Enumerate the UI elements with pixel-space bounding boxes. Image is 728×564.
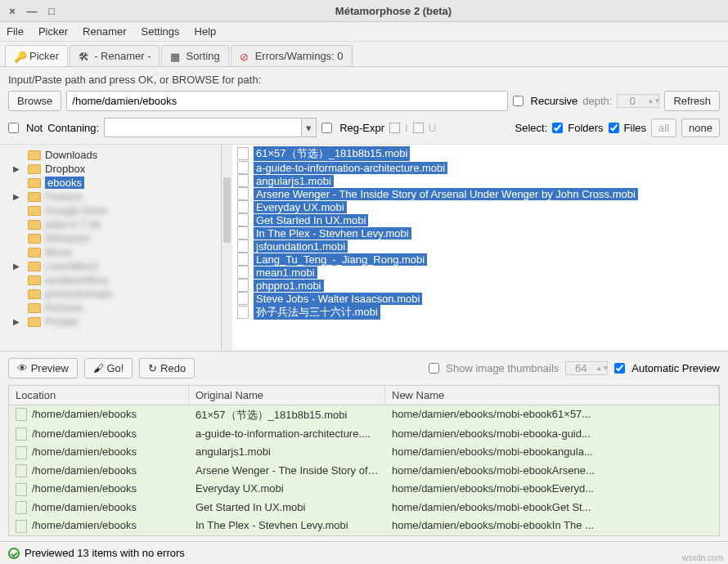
u-label: U [429,122,436,134]
file-item[interactable]: 61×57（节选）_181b8b15.mobi [232,146,728,161]
file-item[interactable]: jsfoundation1.mobi [232,239,728,253]
file-name: Steve Jobs - Walter Isaacson.mobi [254,293,422,305]
file-item[interactable]: Lang_Tu_Teng_-_Jiang_Rong.mobi [232,253,728,266]
table-row[interactable]: /home/damien/ebooksa-guide-to-informatio… [9,425,719,444]
autopreview-checkbox[interactable] [614,363,625,374]
folders-checkbox[interactable] [552,123,563,133]
thumbsize-spinner[interactable]: ▲▼ [565,361,608,375]
expand-icon[interactable]: ▶ [13,317,20,326]
minimize-icon[interactable]: — [26,5,38,16]
tab-errors[interactable]: ⊘ Errors/Warnings: 0 [231,45,353,66]
file-item[interactable]: a-guide-to-information-architecture.mobi [232,161,728,174]
folder-tree[interactable]: Downloads▶Dropboxebooks▶FinanceGoogle Dr… [0,145,221,350]
folder-icon [28,206,41,216]
header-location[interactable]: Location [9,386,189,405]
tree-item[interactable]: Google Drive [0,204,221,217]
cell-newname: home/damien/ebooks/mobi-ebookIn The ... [385,518,719,534]
maximize-icon[interactable]: □ [46,5,57,16]
browse-button[interactable]: Browse [8,91,61,111]
file-icon [237,174,249,187]
containing-combo[interactable]: ▾ [104,118,317,137]
table-row[interactable]: /home/damien/ebooks61×57（节选）_181b8b15.mo… [9,405,719,425]
recursive-checkbox[interactable] [513,96,524,106]
expand-icon[interactable]: ▶ [13,262,20,271]
file-item[interactable]: In The Plex - Stevhen Levy.mobi [232,226,728,239]
tab-renamer[interactable]: 🛠 - Renamer - [70,45,160,66]
spinner-arrows-icon[interactable]: ▲▼ [595,365,607,372]
chevron-down-icon[interactable]: ▾ [301,119,316,137]
tree-item[interactable]: lifehacker [0,231,221,245]
tab-picker[interactable]: 🔑 Picker [5,45,68,66]
tree-item[interactable]: Pictures [0,301,221,315]
tree-item[interactable]: Music [0,245,221,259]
cell-newname: home/damien/ebooks/mobi-ebooka-guid... [385,427,719,442]
menu-settings[interactable]: Settings [142,25,180,38]
table-row[interactable]: /home/damien/ebooksIn The Plex - Stevhen… [9,517,719,535]
thumbnails-checkbox[interactable] [429,363,439,374]
watermark: wsxdn.com [682,553,723,562]
regexpr-checkbox[interactable] [321,123,332,133]
all-button[interactable]: all [651,119,676,137]
files-checkbox[interactable] [609,123,619,133]
i-checkbox[interactable] [389,123,400,133]
go-button[interactable]: 🖌 Go! [84,358,133,378]
tree-item[interactable]: ▶Private [0,315,221,329]
tree-item[interactable]: localworkflow [0,273,221,287]
depth-spinner[interactable]: ▲▼ [617,94,659,108]
file-icon [16,483,27,496]
tree-item[interactable]: ▶Finance [0,190,221,204]
file-item[interactable]: mean1.mobi [232,266,728,279]
file-item[interactable]: Steve Jobs - Walter Isaacson.mobi [232,292,728,305]
path-input[interactable] [66,91,507,111]
renamer-icon: 🛠 [79,51,90,62]
tree-item[interactable]: ebooks [0,176,221,190]
containing-input[interactable] [105,119,301,137]
expand-icon[interactable]: ▶ [13,192,20,201]
menubar: File Picker Renamer Settings Help [0,22,728,42]
file-item[interactable]: Everyday UX.mobi [232,200,728,213]
file-item[interactable]: Arsene Wenger - The Inside Story of Arse… [232,187,728,200]
u-checkbox[interactable] [413,123,424,133]
file-icon [237,200,249,213]
not-checkbox[interactable] [8,123,19,133]
cell-original: angularjs1.mobi [189,445,385,460]
table-row[interactable]: /home/damien/ebooksEveryday UX.mobihome/… [9,480,719,499]
folder-icon [28,234,41,244]
preview-button[interactable]: 👁 Preview [8,358,78,378]
close-icon[interactable]: × [7,5,18,16]
tree-item[interactable]: ▶LunchBox2 [0,259,221,273]
menu-renamer[interactable]: Renamer [83,25,126,38]
table-row[interactable]: /home/damien/ebooksArsene Wenger - The I… [9,462,719,481]
file-icon [237,213,249,226]
file-item[interactable]: phppro1.mobi [232,279,728,292]
table-row[interactable]: /home/damien/ebooksangularjs1.mobihome/d… [9,443,719,462]
thumbsize-value[interactable] [566,362,595,374]
file-list[interactable]: 61×57（节选）_181b8b15.mobia-guide-to-inform… [232,145,728,350]
spinner-arrows-icon[interactable]: ▲▼ [647,97,658,105]
redo-button[interactable]: ↻ Redo [139,358,195,378]
scrollbar-thumb[interactable] [223,177,231,243]
folder-icon [28,150,41,160]
refresh-button[interactable]: Refresh [664,91,720,111]
header-original[interactable]: Original Name [189,386,385,405]
menu-file[interactable]: File [7,25,24,38]
menu-picker[interactable]: Picker [38,25,68,38]
go-icon: 🖌 [93,362,104,374]
tree-item-label: ebooks [45,177,84,189]
none-button[interactable]: none [681,119,720,137]
expand-icon[interactable]: ▶ [13,164,20,173]
depth-value[interactable] [618,95,647,107]
tree-scrollbar[interactable] [221,145,232,350]
tree-item[interactable]: Downloads [0,148,221,162]
table-row[interactable]: /home/damien/ebooksGet Started In UX.mob… [9,499,719,517]
tree-item[interactable]: pictureformats [0,287,221,301]
tab-sorting[interactable]: ▦ Sorting [161,45,228,66]
tree-item[interactable]: ▶Dropbox [0,162,221,176]
file-item[interactable]: Get Started In UX.mobi [232,213,728,226]
header-newname[interactable]: New Name [385,386,719,405]
file-item[interactable]: 孙子兵法与三十六计.mobi [232,305,728,320]
cell-original: Arsene Wenger - The Inside Story of ... [189,463,385,479]
menu-help[interactable]: Help [195,25,217,38]
file-item[interactable]: angularjs1.mobi [232,174,728,187]
tree-item[interactable]: jsbin-4.7.38 [0,217,221,231]
